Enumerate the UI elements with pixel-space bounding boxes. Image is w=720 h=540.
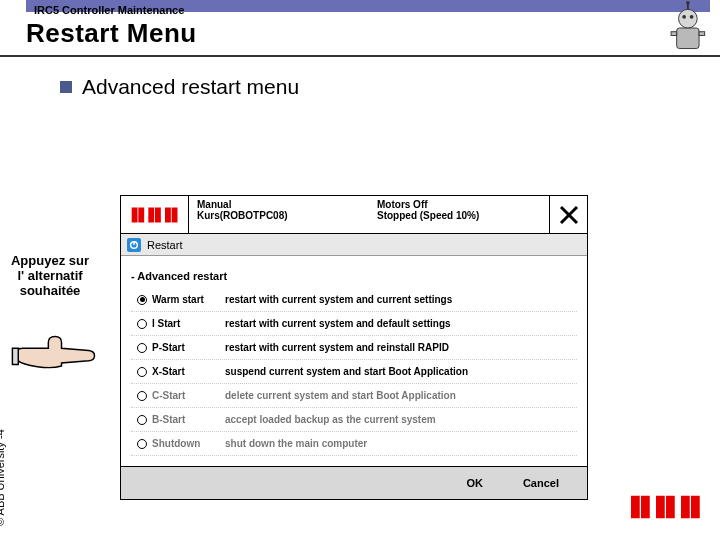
fp-option-desc: restart with current system and current … — [221, 294, 577, 305]
fp-option-desc: restart with current system and default … — [221, 318, 577, 329]
svg-rect-13 — [691, 496, 700, 519]
ok-button[interactable]: OK — [466, 477, 483, 489]
slide-title: Restart Menu — [26, 16, 710, 55]
fp-radio[interactable]: X-Start — [131, 366, 221, 377]
fp-radio[interactable]: P-Start — [131, 342, 221, 353]
fp-radio[interactable]: C-Start — [131, 390, 221, 401]
radio-icon — [137, 367, 147, 377]
fp-status-left: Manual Kurs(ROBOTPC08) — [189, 196, 369, 233]
svg-rect-6 — [671, 32, 677, 36]
fp-system-name: Kurs(ROBOTPC08) — [197, 210, 361, 221]
svg-rect-11 — [666, 496, 675, 519]
svg-point-5 — [686, 1, 690, 5]
svg-rect-15 — [138, 207, 144, 222]
svg-point-1 — [679, 9, 698, 28]
side-caption-line: souhaitée — [4, 284, 96, 299]
pointing-hand-icon — [8, 324, 96, 380]
radio-icon — [137, 295, 147, 305]
close-icon — [557, 203, 581, 227]
svg-rect-7 — [699, 32, 705, 36]
svg-rect-19 — [171, 207, 177, 222]
fp-motors-status: Motors Off — [377, 199, 541, 210]
abb-logo-icon — [628, 492, 704, 522]
radio-icon — [137, 343, 147, 353]
fp-option-name: B-Start — [152, 414, 185, 425]
fp-option-name: P-Start — [152, 342, 185, 353]
fp-option-name: Warm start — [152, 294, 204, 305]
fp-radio[interactable]: Warm start — [131, 294, 221, 305]
fp-option-desc: accept loaded backup as the current syst… — [221, 414, 577, 425]
fp-option-name: Shutdown — [152, 438, 200, 449]
svg-rect-0 — [677, 28, 699, 49]
svg-rect-14 — [131, 207, 137, 222]
fp-option-name: C-Start — [152, 390, 185, 401]
bullet-square-icon — [60, 81, 72, 93]
svg-rect-18 — [165, 207, 171, 222]
fp-radio[interactable]: Shutdown — [131, 438, 221, 449]
fp-statusbar: Manual Kurs(ROBOTPC08) Motors Off Stoppe… — [121, 196, 587, 234]
slide-header: IRC5 Controller Maintenance Restart Menu — [0, 0, 720, 57]
fp-speed-status: Stopped (Speed 10%) — [377, 210, 541, 221]
fp-option-desc: suspend current system and start Boot Ap… — [221, 366, 577, 377]
power-icon — [127, 238, 141, 252]
fp-radio[interactable]: I Start — [131, 318, 221, 329]
fp-option-name: I Start — [152, 318, 180, 329]
fp-footer: OK Cancel — [121, 466, 587, 499]
radio-icon — [137, 415, 147, 425]
fp-tab[interactable]: Restart — [121, 234, 587, 256]
fp-option-desc: delete current system and start Boot App… — [221, 390, 577, 401]
svg-rect-16 — [148, 207, 154, 222]
fp-tab-label: Restart — [147, 239, 182, 251]
fp-radio[interactable]: B-Start — [131, 414, 221, 425]
svg-point-3 — [690, 15, 694, 19]
svg-rect-12 — [681, 496, 690, 519]
bullet-item: Advanced restart menu — [60, 75, 720, 99]
close-button[interactable] — [549, 196, 587, 233]
radio-icon — [137, 319, 147, 329]
cancel-button[interactable]: Cancel — [523, 477, 559, 489]
side-caption: Appuyez sur l' alternatif souhaitée — [4, 254, 96, 299]
svg-rect-8 — [631, 496, 640, 519]
fp-option-row[interactable]: I Startrestart with current system and d… — [131, 312, 577, 336]
fp-section-heading: - Advanced restart — [131, 270, 577, 282]
radio-icon — [137, 391, 147, 401]
fp-option-row[interactable]: Warm startrestart with current system an… — [131, 288, 577, 312]
fp-option-desc: shut down the main computer — [221, 438, 577, 449]
fp-option-row[interactable]: P-Startrestart with current system and r… — [131, 336, 577, 360]
fp-option-desc: restart with current system and reinstal… — [221, 342, 577, 353]
fp-option-row[interactable]: B-Startaccept loaded backup as the curre… — [131, 408, 577, 432]
radio-icon — [137, 439, 147, 449]
fp-option-row[interactable]: Shutdownshut down the main computer — [131, 432, 577, 456]
svg-rect-17 — [155, 207, 161, 222]
svg-rect-9 — [641, 496, 650, 519]
side-caption-line: l' alternatif — [4, 269, 96, 284]
robot-mascot-icon — [658, 0, 714, 56]
fp-option-row[interactable]: X-Startsuspend current system and start … — [131, 360, 577, 384]
flexpendant-window: Manual Kurs(ROBOTPC08) Motors Off Stoppe… — [120, 195, 588, 500]
fp-mode-label: Manual — [197, 199, 361, 210]
fp-option-name: X-Start — [152, 366, 185, 377]
copyright-text: © ABB University -4 — [0, 429, 6, 526]
fp-status-right: Motors Off Stopped (Speed 10%) — [369, 196, 549, 233]
fp-option-row[interactable]: C-Startdelete current system and start B… — [131, 384, 577, 408]
svg-rect-10 — [656, 496, 665, 519]
svg-point-2 — [682, 15, 686, 19]
side-caption-line: Appuyez sur — [4, 254, 96, 269]
bullet-text: Advanced restart menu — [82, 75, 299, 99]
abb-logo-icon — [121, 196, 189, 233]
